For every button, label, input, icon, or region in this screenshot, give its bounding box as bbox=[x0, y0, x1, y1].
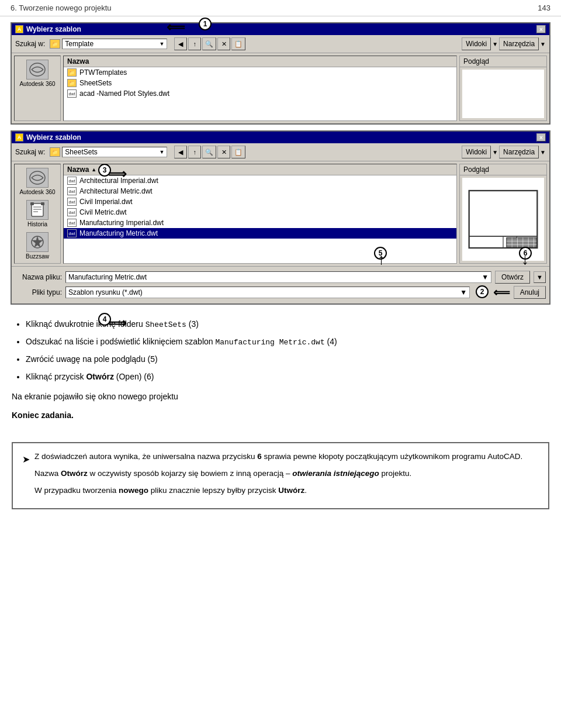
file-mfg-imp[interactable]: dwt Manufacturing Imperial.dwt bbox=[64, 218, 456, 228]
pliki-typu-input[interactable]: Szablon rysunku (*.dwt) ▼ bbox=[65, 287, 470, 298]
d2-sidebar-buzzsaw[interactable]: Buzzsaw bbox=[26, 232, 49, 260]
d2-sidebar-autodesk360[interactable]: Autodesk 360 bbox=[19, 168, 55, 195]
koniec-zadania: Koniec zadania. bbox=[12, 409, 549, 423]
dialog2-toolbar: Szukaj w: 📁 SheetSets ▼ ◀ ↑ 🔍 ✕ 📋 Widoki… bbox=[12, 143, 549, 161]
file-item-sheetsets[interactable]: 📁 SheetSets bbox=[64, 78, 456, 88]
dialog1-preview: Podgląd bbox=[459, 56, 547, 121]
nazwa-pliku-label: Nazwa pliku: bbox=[15, 273, 62, 281]
pliki-typu-label: Pliki typu: bbox=[15, 288, 62, 296]
d2-historia-icon bbox=[26, 200, 49, 220]
dialog1-file-list: Nazwa 📁 PTWTemplates 📁 SheetSets dwt aca… bbox=[63, 56, 457, 121]
anuluj-btn[interactable]: Anuluj bbox=[514, 286, 546, 299]
info-line-1: Z doświadczeń autora wynika, że uniwersa… bbox=[34, 450, 522, 464]
dialog1-close-btn[interactable]: × bbox=[536, 25, 546, 33]
dialog2-toolbar-right: Widoki ▼ Narzędzia ▼ bbox=[462, 146, 546, 158]
file-list-header-nazwa: Nazwa bbox=[64, 56, 456, 67]
file-item-ptwt[interactable]: 📁 PTWTemplates bbox=[64, 67, 456, 78]
dialog2-close-btn[interactable]: × bbox=[536, 133, 546, 142]
dialog2-folder-icon: 📁 bbox=[50, 147, 60, 157]
file-civil-met[interactable]: dwt Civil Metric.dwt bbox=[64, 207, 456, 218]
d2-search-btn[interactable]: 🔍 bbox=[202, 146, 216, 158]
d2-preview-label: Podgląd bbox=[460, 164, 546, 175]
file-civil-imp[interactable]: dwt Civil Imperial.dwt bbox=[64, 196, 456, 207]
dialog2-title: Wybierz szablon bbox=[26, 133, 81, 142]
dwt-icon-acad: dwt bbox=[67, 89, 77, 98]
info-arrow: ➤ bbox=[22, 451, 30, 467]
pliki-typu-row: Pliki typu: Szablon rysunku (*.dwt) ▼ 2 … bbox=[15, 285, 546, 299]
otworz-dropdown-btn[interactable]: ▼ bbox=[534, 271, 546, 283]
dialog2-toolbar-label: Szukaj w: bbox=[15, 148, 45, 156]
dwt-icon-arch-imp: dwt bbox=[67, 177, 77, 185]
preview-label: Podgląd bbox=[460, 56, 546, 67]
bullet-list: Kliknąć dwukrotnie ikonę folderu SheetSe… bbox=[12, 318, 549, 384]
dialog1-toolbar: Szukaj w: 📁 Template ▼ ◀ ↑ 🔍 ✕ 📋 Widoki … bbox=[12, 35, 549, 53]
chapter-title: 6. Tworzenie nowego projektu bbox=[11, 4, 111, 12]
d2-back-btn[interactable]: ◀ bbox=[174, 146, 187, 158]
info-line-2: Nazwa Otwórz w oczywisty sposób kojarzy … bbox=[34, 467, 522, 481]
dialog2-content: Autodesk 360 Historia bbox=[12, 161, 549, 266]
bullet-4: Kliknąć przycisk Otwórz (Open) (6) bbox=[26, 370, 549, 384]
folder-icon-sheetsets: 📁 bbox=[67, 79, 77, 87]
autodesk360-label: Autodesk 360 bbox=[19, 81, 55, 87]
d2-up-btn[interactable]: ↑ bbox=[188, 146, 201, 158]
page-header: 6. Tworzenie nowego projektu 143 bbox=[0, 0, 561, 16]
d2-widoki-btn[interactable]: Widoki bbox=[462, 146, 491, 158]
svg-rect-2 bbox=[32, 203, 43, 216]
bullet-2: Odszukać na liście i podświetlić kliknię… bbox=[26, 335, 549, 349]
arrow-to-badge1: ⟸ bbox=[167, 20, 185, 35]
otworz-btn[interactable]: Otwórz bbox=[495, 271, 530, 284]
dialog1-content: Autodesk 360 Nazwa 📁 PTWTemplates 📁 Shee… bbox=[12, 53, 549, 123]
narzedzia-btn[interactable]: Narzędzia bbox=[499, 37, 539, 50]
dialog1-main-area: Nazwa 📁 PTWTemplates 📁 SheetSets dwt aca… bbox=[63, 56, 547, 121]
dialog1-title: Wybierz szablon bbox=[26, 25, 81, 33]
info-box: ➤ Z doświadczeń autora wynika, że uniwer… bbox=[12, 442, 549, 509]
delete-btn[interactable]: ✕ bbox=[217, 37, 230, 50]
folder-icon: 📁 bbox=[50, 39, 60, 49]
nazwa-pliku-row: Nazwa pliku: Manufacturing Metric.dwt ▼ … bbox=[15, 271, 546, 284]
dwt-icon-arch-met: dwt bbox=[67, 187, 77, 195]
dialog2-preview-content bbox=[462, 178, 544, 261]
info-row: ➤ Z doświadczeń autora wynika, że uniwer… bbox=[22, 450, 539, 501]
dialog2-main-area: Nazwa ▲ dwt Architectural Imperial.dwt d… bbox=[63, 164, 547, 264]
dialog1-sidebar: Autodesk 360 bbox=[14, 56, 61, 121]
dialog2-sidebar: Autodesk 360 Historia bbox=[14, 164, 61, 264]
info-line-3: W przypadku tworzenia nowego pliku znacz… bbox=[34, 484, 522, 498]
title-icon: A bbox=[15, 25, 23, 33]
dialog2: 3 ⟹ 4 ⟹ 5 ↑ 6 ↓ A Wybierz szablon × Szuk… bbox=[11, 130, 550, 305]
dialog2-preview: Podgląd bbox=[459, 164, 547, 264]
d2-narzedzia-btn[interactable]: Narzędzia bbox=[499, 146, 539, 158]
dialog2-location-bar: 📁 SheetSets ▼ bbox=[50, 147, 167, 157]
info-text: Z doświadczeń autora wynika, że uniwersa… bbox=[34, 450, 522, 501]
sidebar-autodesk360[interactable]: Autodesk 360 bbox=[19, 60, 55, 87]
bullet-3: Zwrócić uwagę na pole podglądu (5) bbox=[26, 353, 549, 367]
dialog1-location-dropdown[interactable]: Template ▼ bbox=[62, 39, 167, 49]
d2-copy-btn[interactable]: 📋 bbox=[231, 146, 245, 158]
d2-autodesk360-label: Autodesk 360 bbox=[19, 189, 55, 195]
dwt-icon-civil-met: dwt bbox=[67, 208, 77, 216]
text-content: Kliknąć dwukrotnie ikonę folderu SheetSe… bbox=[0, 309, 561, 436]
toolbar-nav-buttons: ◀ ↑ 🔍 ✕ 📋 bbox=[174, 37, 245, 50]
dialog2-location-dropdown[interactable]: SheetSets ▼ bbox=[62, 147, 167, 157]
dialog1-titlebar: A Wybierz szablon × bbox=[12, 23, 549, 35]
arrow-2: ⟸ bbox=[493, 286, 510, 299]
copy-btn[interactable]: 📋 bbox=[231, 37, 245, 50]
file-arch-met[interactable]: dwt Architectural Metric.dwt bbox=[64, 186, 456, 196]
d2-delete-btn[interactable]: ✕ bbox=[217, 146, 230, 158]
up-btn[interactable]: ↑ bbox=[188, 37, 201, 50]
back-btn[interactable]: ◀ bbox=[174, 37, 187, 50]
nazwa-pliku-input[interactable]: Manufacturing Metric.dwt ▼ bbox=[65, 271, 491, 283]
arrow-6: ↓ bbox=[521, 250, 529, 268]
d2-buzzsaw-label: Buzzsaw bbox=[26, 253, 49, 260]
file-mfg-met[interactable]: dwt Manufacturing Metric.dwt bbox=[64, 228, 456, 239]
d2-buzzsaw-icon bbox=[26, 232, 49, 252]
svg-rect-6 bbox=[30, 202, 34, 205]
svg-rect-7 bbox=[41, 202, 44, 205]
dialog2-bottom: Nazwa pliku: Manufacturing Metric.dwt ▼ … bbox=[12, 266, 549, 303]
d2-sidebar-historia[interactable]: Historia bbox=[26, 200, 49, 227]
widoki-btn[interactable]: Widoki bbox=[462, 37, 491, 50]
file-item-acad[interactable]: dwt acad -Named Plot Styles.dwt bbox=[64, 88, 456, 99]
search-btn[interactable]: 🔍 bbox=[202, 37, 216, 50]
dwt-icon-mfg-met: dwt bbox=[67, 229, 77, 237]
dialog1-toolbar-label: Szukaj w: bbox=[15, 40, 45, 48]
dialog1-location-bar: 📁 Template ▼ bbox=[50, 39, 167, 49]
